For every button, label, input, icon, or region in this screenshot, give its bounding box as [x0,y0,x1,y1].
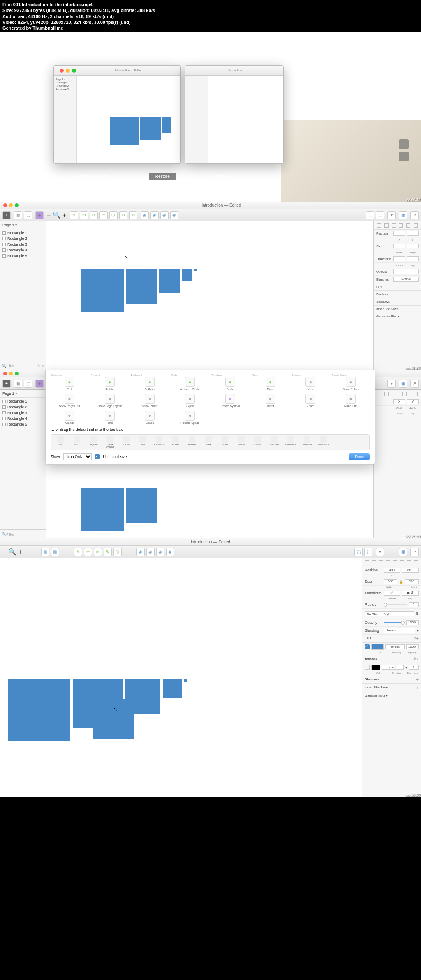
canvas[interactable]: ↖ [46,221,373,370]
toolbar-item[interactable]: ●Export [171,394,209,407]
lock-icon[interactable]: 🔒 [399,580,403,584]
screenshot-3: introduction — Edited + ▦▢ ◆ − 🔍 + ▾ ▦ ↗… [0,370,421,538]
view-button[interactable]: ▾ [387,211,396,219]
timestamp: 00:01:16 [406,366,420,370]
width-input[interactable]: 200 [384,579,397,584]
rotate-input[interactable]: 0° [384,591,400,596]
toolbar-item[interactable]: ●Show Rulers [332,377,370,391]
height-input[interactable]: 200 [405,579,419,584]
cursor-icon: ↖ [124,254,128,260]
toolbar-item[interactable]: ●Rotate [91,377,129,391]
toolbar-item[interactable]: ●Space [131,411,169,424]
layer-item[interactable]: Rectangle 4 [0,247,46,253]
screenshot-4: introduction — Edited − 🔍 + ▦▦ ✎✂▭↻⬡ ◉◉◉… [0,538,421,797]
toolbar-item[interactable]: ●Colors [51,411,88,424]
border-enabled-checkbox[interactable] [365,665,370,670]
fill-settings-icon[interactable]: ⚙ [413,636,416,641]
metadata-header: File: 001 Introduction to the interface.… [0,0,421,32]
toolbar-item[interactable]: ●Vectorize Stroke [171,377,209,391]
timestamp: 00:02:23 [406,793,420,797]
toolbar-item[interactable]: ●Create Symbol [211,394,249,407]
tm-backup-window: introduction [185,65,284,164]
pos-y-input[interactable]: 601 [402,568,419,573]
toolbar: + ▦▢ ◆ − 🔍 + ✎⟲✂▭⬡↻✂ ◉◉◉◉ ⬚⬚ ▾ ▦ ↗ [0,209,421,221]
inspector: Position XY Size WidthHeight Transform R… [373,221,421,370]
timestamp: 00:00:39 [406,198,420,202]
toolbar-item[interactable]: ●Mask [252,377,289,391]
blending-select[interactable]: Normal [384,628,415,633]
symbol-button[interactable]: ◆ [35,211,44,219]
fill-color-swatch[interactable] [371,644,384,650]
border-color-swatch[interactable] [371,665,380,670]
align-controls[interactable] [374,221,421,230]
screenshot-1: introduction — Edited Page 1 ▾ Rectangle… [0,32,421,202]
window-title: introduction — Edited [22,203,421,207]
zoom-control[interactable]: − 🔍 + [47,211,67,219]
canvas[interactable]: ↖ [0,558,362,797]
toolbar-item[interactable]: ●Make Grid [332,394,370,407]
tm-today-label: Today 22:44 [213,174,236,179]
toolbar-item[interactable]: ●Show Page Layout [91,394,129,407]
add-inner-shadow-button[interactable]: + [416,686,419,690]
page-selector[interactable]: Page 1 ▾ [0,221,46,229]
default-toolbar-set[interactable]: InsertGroupUngroupCreate Symbol100%EditT… [51,434,370,450]
toolbar-item[interactable]: ●Show Pixels [131,394,169,407]
pos-x-input[interactable]: 488 [384,568,400,573]
ungroup-button[interactable]: ▢ [24,211,32,219]
blur-select[interactable]: Gaussian Blur ▾ [365,694,388,697]
tm-restore-button[interactable]: Restore [149,173,176,180]
done-button[interactable]: Done [349,453,370,460]
add-fill-button[interactable]: + [416,636,419,641]
insert-button[interactable]: + [2,211,11,219]
tm-current-label: Current Document [74,174,108,179]
customize-toolbar-sheet: DifferenceForwardBackwardToolsTransformF… [45,370,375,465]
toolbar-item[interactable]: ●Scale [211,377,249,391]
inspector: Position488601 XY Size200🔒200 WidthHeigh… [362,558,421,797]
use-small-checkbox[interactable] [95,454,100,459]
mirror-button[interactable]: ▦ [399,211,407,219]
layer-list: Page 1 ▾ Rectangle 1 Rectangle 2 Rectang… [0,221,46,370]
cursor-icon: ↖ [113,706,118,712]
fill-enabled-checkbox[interactable] [365,644,370,649]
group-button[interactable]: ▦ [14,211,22,219]
screenshot-2: introduction — Edited + ▦▢ ◆ − 🔍 + ✎⟲✂▭⬡… [0,202,421,370]
layer-item[interactable]: Rectangle 2 [0,236,46,242]
radius-slider[interactable] [384,604,407,605]
add-shadow-button[interactable]: + [416,677,419,682]
opacity-slider[interactable] [384,622,405,623]
tool-icon[interactable]: ✎ [70,211,78,219]
toolbar-item[interactable]: ●Zoom [292,394,330,407]
filter-input[interactable]: 🔍 Filter✎ ▿ [0,361,46,370]
tm-nav-down[interactable] [399,152,409,161]
toolbar-item[interactable]: ●Flexible Space [171,411,209,424]
toolbar-item[interactable]: ●Edit [51,377,88,391]
toolbar-item[interactable]: ●Fonts [91,411,129,424]
border-settings-icon[interactable]: ⚙ [413,657,416,661]
toolbar-item[interactable]: ●Mirror [252,394,289,407]
layer-item[interactable]: Rectangle 1 [0,230,46,236]
toolbar-item[interactable]: ●Outlines [131,377,169,391]
toolbar-item[interactable]: ●Show Page Grid [51,394,88,407]
shared-style-select[interactable]: No Shared Style [365,611,414,616]
layer-item[interactable]: Rectangle 5 [0,253,46,259]
show-mode-select[interactable]: Icon Only [63,453,92,460]
flip-buttons[interactable]: ⇋ ⇵ [402,591,419,596]
tm-nav-up[interactable] [399,139,409,149]
toolbar-item[interactable]: ●View [292,377,330,391]
add-border-button[interactable]: + [416,657,419,661]
timestamp: 00:01:53 [406,534,420,538]
tm-current-window: introduction — Edited Page 1 ▾ Rectangle… [53,65,181,164]
layer-item[interactable]: Rectangle 3 [0,242,46,247]
export-button[interactable]: ↗ [410,211,419,219]
